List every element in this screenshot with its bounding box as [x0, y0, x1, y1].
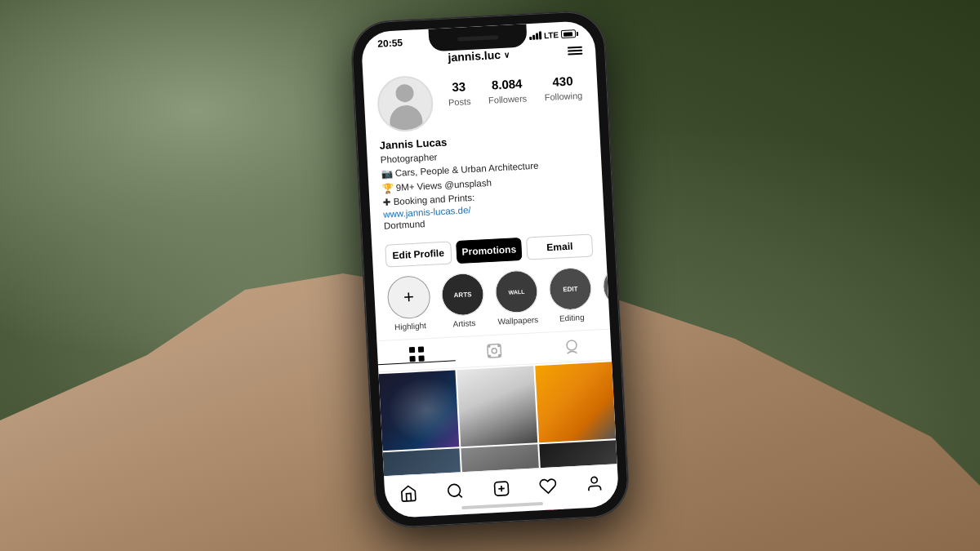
stats-row: 33 Posts 8.084 Followers 430 Following — [444, 67, 585, 109]
nav-home[interactable] — [396, 481, 420, 504]
following-count: 430 — [543, 73, 581, 89]
svg-rect-1 — [418, 347, 424, 353]
following-stat[interactable]: 430 Following — [543, 73, 582, 104]
battery-icon — [561, 29, 578, 38]
edit-profile-button[interactable]: Edit Profile — [385, 242, 452, 268]
phone-screen: 20:55 LTE — [361, 20, 620, 518]
unsplash-circle: UNSP — [602, 264, 610, 309]
svg-rect-3 — [418, 356, 424, 362]
artists-label: Artists — [452, 318, 475, 328]
nav-add[interactable] — [489, 476, 513, 500]
svg-point-8 — [488, 355, 490, 357]
following-label: Following — [544, 91, 582, 102]
phone-wrapper: 20:55 LTE — [350, 10, 630, 528]
editing-label: Editing — [559, 313, 585, 323]
nav-search[interactable] — [443, 478, 466, 502]
svg-point-10 — [567, 340, 577, 350]
speaker — [457, 35, 498, 42]
avatar-silhouette — [388, 80, 423, 127]
photo-cell-3[interactable] — [535, 362, 616, 443]
tab-grid[interactable] — [377, 344, 456, 366]
svg-point-16 — [591, 477, 598, 483]
signal-icon — [529, 31, 542, 40]
highlight-wallpapers[interactable]: WALL Wallpapers — [494, 269, 539, 327]
svg-point-6 — [488, 345, 490, 347]
avatar — [376, 74, 434, 132]
status-time: 20:55 — [377, 37, 403, 50]
wallpapers-circle: WALL — [494, 269, 539, 314]
highlight-add[interactable]: + Highlight — [386, 275, 431, 332]
followers-count: 8.084 — [488, 76, 527, 91]
highlights-row: + Highlight ARTS Artists WALL Wallpapers — [373, 263, 610, 341]
highlight-artists[interactable]: ARTS Artists — [440, 273, 485, 330]
photo-cell-2[interactable] — [457, 367, 537, 447]
status-icons: LTE — [529, 29, 579, 40]
followers-label: Followers — [488, 93, 528, 104]
svg-rect-2 — [409, 356, 415, 362]
posts-count: 33 — [448, 79, 470, 94]
svg-point-9 — [498, 354, 500, 356]
wallpapers-label: Wallpapers — [497, 315, 538, 327]
menu-button[interactable] — [568, 47, 582, 56]
photo-cell-1[interactable] — [379, 371, 460, 451]
editing-circle: EDIT — [548, 267, 593, 312]
lte-label: LTE — [544, 30, 559, 40]
posts-label: Posts — [448, 96, 471, 107]
svg-point-7 — [498, 344, 500, 346]
posts-stat[interactable]: 33 Posts — [448, 79, 471, 109]
svg-rect-0 — [409, 347, 415, 353]
highlight-unsplash[interactable]: UNSP Unsp... — [602, 264, 610, 321]
nav-heart[interactable] — [536, 473, 559, 497]
tab-reels[interactable] — [455, 340, 533, 362]
add-highlight-circle: + — [386, 275, 431, 320]
nav-profile[interactable] — [583, 471, 607, 495]
tab-tagged[interactable] — [532, 336, 611, 358]
avatar-container[interactable] — [376, 74, 434, 132]
svg-line-12 — [458, 494, 461, 497]
highlight-editing[interactable]: EDIT Editing — [548, 267, 593, 324]
artists-circle: ARTS — [440, 273, 485, 318]
promotions-button[interactable]: Promotions — [456, 238, 523, 264]
email-button[interactable]: Email — [526, 234, 593, 260]
phone-device: 20:55 LTE — [350, 10, 630, 528]
followers-stat[interactable]: 8.084 Followers — [488, 76, 528, 106]
profile-section: 33 Posts 8.084 Followers 430 Following — [363, 61, 599, 140]
add-highlight-label: Highlight — [394, 321, 426, 331]
svg-point-5 — [492, 348, 497, 353]
bio-section: Jannis Lucas Photographer 📷 Cars, People… — [367, 128, 605, 241]
